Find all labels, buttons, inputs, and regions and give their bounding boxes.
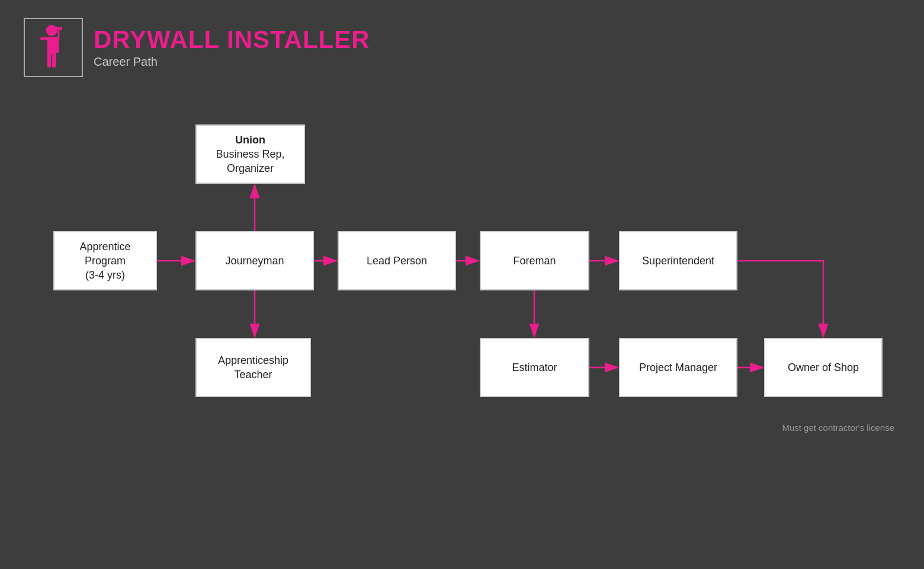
union-label-rest: Business Rep,Organizer (216, 148, 284, 174)
svg-rect-1 (47, 37, 56, 55)
title-block: DRYWALL INSTALLER Career Path (94, 26, 370, 68)
estimator-label: Estimator (512, 360, 557, 375)
logo-box (24, 18, 83, 77)
journeyman-box: Journeyman (195, 231, 314, 290)
project-manager-box: Project Manager (619, 338, 737, 397)
lead-person-label: Lead Person (367, 254, 427, 268)
estimator-box: Estimator (480, 338, 589, 397)
page-subtitle: Career Path (94, 55, 370, 69)
superintendent-box: Superintendent (619, 231, 737, 290)
svg-rect-3 (52, 55, 56, 68)
apprentice-program-label: ApprenticeProgram(3-4 yrs) (79, 239, 130, 283)
superintendent-label: Superintendent (642, 254, 714, 268)
owner-of-shop-box: Owner of Shop (764, 338, 883, 397)
project-manager-label: Project Manager (639, 360, 717, 375)
contractor-license-note: Must get contractor's license (782, 423, 894, 433)
svg-point-0 (46, 25, 57, 36)
header: DRYWALL INSTALLER Career Path (24, 18, 370, 77)
drywall-installer-icon (33, 24, 74, 71)
apprentice-program-box: ApprenticeProgram(3-4 yrs) (53, 231, 157, 290)
career-path-diagram: Union Business Rep,Organizer ApprenticeP… (36, 107, 912, 439)
foreman-box: Foreman (480, 231, 589, 290)
page-title: DRYWALL INSTALLER (94, 26, 370, 53)
svg-rect-2 (47, 55, 52, 68)
svg-rect-7 (40, 37, 47, 40)
svg-rect-6 (55, 27, 62, 30)
apprenticeship-teacher-box: ApprenticeshipTeacher (195, 338, 311, 397)
svg-rect-5 (58, 28, 60, 41)
lead-person-box: Lead Person (338, 231, 456, 290)
apprenticeship-teacher-label: ApprenticeshipTeacher (218, 353, 288, 382)
journeyman-label: Journeyman (225, 254, 284, 268)
union-label-bold: Union (235, 134, 265, 146)
union-box: Union Business Rep,Organizer (195, 124, 305, 184)
foreman-label: Foreman (513, 254, 556, 268)
owner-of-shop-label: Owner of Shop (788, 360, 859, 375)
